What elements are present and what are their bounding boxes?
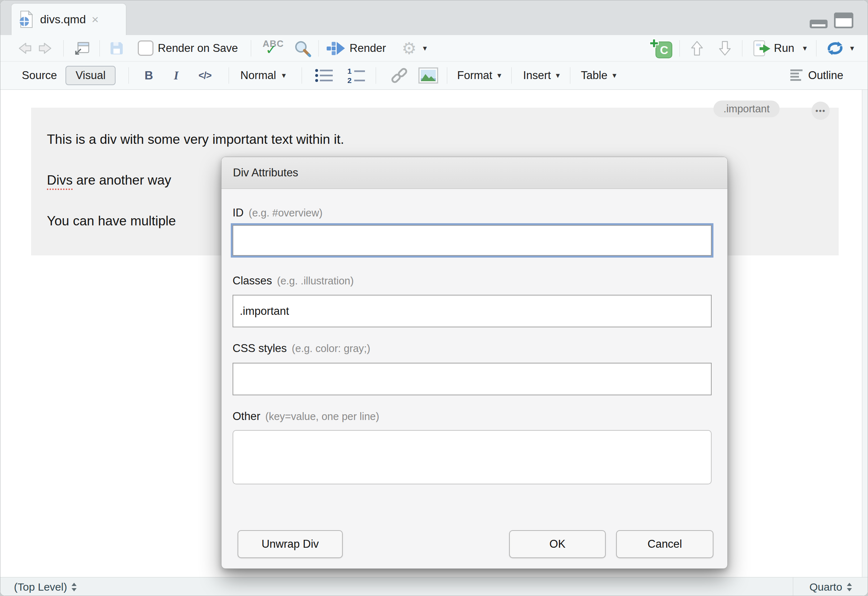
back-icon[interactable] <box>16 41 32 55</box>
render-button[interactable]: Render <box>350 42 386 55</box>
misspelled-word: Divs <box>47 173 72 190</box>
open-in-new-window-icon[interactable] <box>73 40 90 56</box>
quarto-file-icon <box>19 10 34 28</box>
paragraph-style-caret-icon[interactable]: ▾ <box>282 72 286 80</box>
dialog-titlebar[interactable]: Div Attributes <box>221 157 728 189</box>
format-menu-caret-icon[interactable]: ▾ <box>497 72 501 80</box>
ok-button[interactable]: OK <box>509 530 606 558</box>
svg-text:2: 2 <box>347 76 352 83</box>
separator <box>511 67 512 84</box>
separator <box>319 40 319 56</box>
css-styles-input[interactable] <box>233 363 712 395</box>
div-options-button[interactable]: ••• <box>812 102 830 120</box>
css-styles-field-label: CSS styles(e.g. color: gray;) <box>233 342 370 355</box>
id-field-label: ID(e.g. #overview) <box>233 207 322 219</box>
css-styles-field-hint: (e.g. color: gray;) <box>292 343 370 354</box>
separator <box>447 67 447 84</box>
search-icon[interactable] <box>294 39 311 57</box>
numbered-list-icon[interactable]: 1 2 <box>347 68 366 83</box>
window-controls <box>810 11 853 28</box>
other-field-hint: (key=value, one per line) <box>266 411 379 422</box>
svg-text:C: C <box>660 44 668 56</box>
bold-icon[interactable]: B <box>145 69 153 82</box>
outline-icon <box>790 69 805 82</box>
image-icon[interactable] <box>418 67 438 84</box>
render-settings-gear-icon[interactable]: ⚙ <box>402 40 416 56</box>
insert-menu[interactable]: Insert <box>523 69 551 82</box>
insert-menu-caret-icon[interactable]: ▾ <box>556 72 560 80</box>
separator <box>63 40 64 56</box>
insert-chunk-icon[interactable]: C <box>650 38 672 59</box>
classes-input[interactable] <box>233 295 712 328</box>
id-input[interactable] <box>233 225 712 256</box>
separator <box>679 40 680 56</box>
tab-divs-qmd[interactable]: divs.qmd × <box>11 3 126 35</box>
tab-bar: divs.qmd × <box>0 0 868 35</box>
format-menu[interactable]: Format <box>457 69 492 82</box>
sync-caret-icon[interactable]: ▾ <box>850 44 854 52</box>
save-icon[interactable] <box>109 41 124 56</box>
id-field-hint: (e.g. #overview) <box>249 207 322 218</box>
go-next-chunk-icon[interactable] <box>719 40 731 56</box>
unwrap-div-button[interactable]: Unwrap Div <box>238 530 343 558</box>
source-document-sync-icon[interactable] <box>826 41 844 56</box>
editor-right-gutter <box>862 90 868 577</box>
format-toolbar: Source Visual B I </> Normal ▾ 1 2 <box>0 62 868 90</box>
separator <box>128 67 129 84</box>
link-icon[interactable] <box>390 66 408 84</box>
other-textarea[interactable] <box>233 430 712 484</box>
ellipsis-icon: ••• <box>815 106 826 115</box>
dialog-title: Div Attributes <box>233 166 298 179</box>
outline-scope-selector[interactable]: (Top Level) <box>0 581 77 593</box>
classes-field-label: Classes(e.g. .illustration) <box>233 274 354 287</box>
visual-mode-button[interactable]: Visual <box>65 66 115 85</box>
tab-title: divs.qmd <box>40 13 86 26</box>
paragraph-style-dropdown[interactable]: Normal <box>241 69 276 82</box>
cancel-button[interactable]: Cancel <box>616 530 713 558</box>
div-class-badge[interactable]: .important <box>713 100 779 117</box>
separator <box>816 40 816 56</box>
table-menu-caret-icon[interactable]: ▾ <box>613 72 617 80</box>
forward-icon[interactable] <box>38 41 54 55</box>
go-previous-chunk-icon[interactable] <box>691 40 703 56</box>
minimize-icon[interactable] <box>810 20 828 28</box>
code-icon[interactable]: </> <box>199 70 211 81</box>
bullet-list-icon[interactable] <box>315 68 334 83</box>
render-on-save-checkbox[interactable] <box>138 40 154 56</box>
outline-toggle-button[interactable]: Outline <box>808 69 843 82</box>
separator <box>742 40 743 56</box>
separator <box>229 67 229 84</box>
paragraph[interactable]: Divs are another way <box>47 173 171 188</box>
updown-icon <box>847 583 852 592</box>
paragraph[interactable]: This is a div with some very important t… <box>47 132 344 147</box>
main-toolbar: Render on Save ABC ✓ Render ⚙ ▾ <box>0 35 868 62</box>
separator <box>570 67 570 84</box>
paragraph[interactable]: You can have multiple <box>47 214 176 229</box>
separator <box>302 67 302 84</box>
tab-close-icon[interactable]: × <box>92 13 99 25</box>
table-menu[interactable]: Table <box>581 69 608 82</box>
separator <box>99 40 100 56</box>
classes-field-hint: (e.g. .illustration) <box>277 275 353 286</box>
rstudio-editor-window: divs.qmd × <box>0 0 868 596</box>
source-mode-button[interactable]: Source <box>22 69 57 82</box>
document-type-selector[interactable]: Quarto <box>793 577 868 596</box>
updown-icon <box>71 583 77 592</box>
separator <box>376 67 376 84</box>
other-field-label: Other(key=value, one per line) <box>233 410 379 423</box>
div-attributes-dialog: Div Attributes ID(e.g. #overview) Classe… <box>221 157 728 569</box>
render-on-save-label: Render on Save <box>158 42 238 55</box>
maximize-icon[interactable] <box>834 13 853 28</box>
svg-text:1: 1 <box>347 68 352 75</box>
render-icon <box>326 41 345 56</box>
run-button[interactable]: Run <box>774 42 794 55</box>
render-settings-caret-icon[interactable]: ▾ <box>423 44 427 52</box>
status-bar: (Top Level) Quarto <box>0 577 868 596</box>
spellcheck-icon[interactable]: ABC ✓ <box>261 38 286 58</box>
run-icon <box>753 40 771 56</box>
italic-icon[interactable]: I <box>174 69 179 82</box>
run-caret-icon[interactable]: ▾ <box>803 44 807 52</box>
